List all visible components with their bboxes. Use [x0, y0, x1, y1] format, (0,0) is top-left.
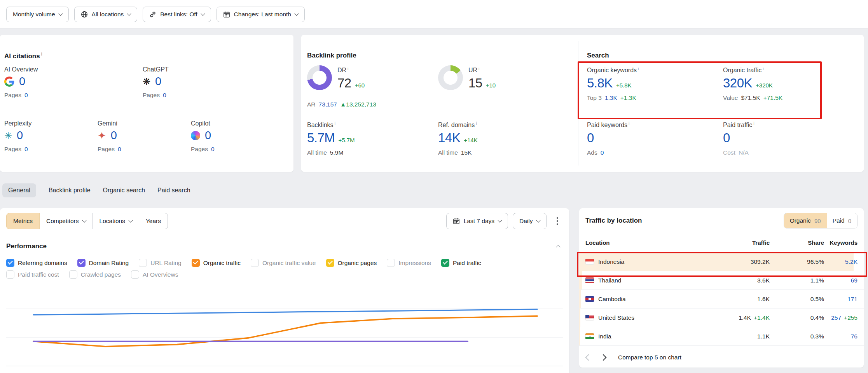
segment-competitors[interactable]: Competitors [39, 213, 93, 229]
cost-label: Cost [723, 149, 735, 156]
paid-keywords-value[interactable]: 0 [587, 131, 594, 145]
unchecked-checkbox-icon[interactable] [6, 270, 14, 279]
checked-checkbox-icon[interactable] [326, 259, 334, 267]
dr-label: DR [337, 66, 365, 74]
pages-count-link[interactable]: 0 [118, 146, 121, 153]
table-row-in[interactable]: India1.1K0.3%76 [579, 327, 864, 346]
keywords-cell: 5.2K [824, 258, 858, 265]
keywords-count-link[interactable]: 69 [851, 277, 858, 284]
gemini-label: Gemini [98, 120, 183, 127]
checkbox-label: Paid traffic [453, 260, 481, 267]
segment-locations[interactable]: Locations [93, 213, 139, 229]
metric-checkbox-ai-overviews[interactable]: AI Overviews [131, 270, 178, 279]
checked-checkbox-icon[interactable] [441, 259, 449, 267]
checked-checkbox-icon[interactable] [192, 259, 200, 267]
organic-keywords-value[interactable]: 5.8K [587, 76, 613, 90]
granularity-dropdown[interactable]: Daily [513, 213, 546, 229]
monthly-volume-label: Monthly volume [13, 11, 55, 18]
gemini-metric: Gemini ✦ 0 Pages0 [98, 120, 183, 153]
collapse-chevron-up-icon[interactable] [556, 245, 560, 249]
backlink-profile-title: Backlink profile [307, 52, 356, 59]
organic-count: 90 [814, 218, 821, 224]
share-cell: 0.3% [770, 333, 824, 340]
metric-checkbox-domain-rating[interactable]: Domain Rating [77, 259, 129, 267]
col-share: Share [770, 239, 824, 246]
unchecked-checkbox-icon[interactable] [131, 270, 139, 279]
metric-checkbox-organic-pages[interactable]: Organic pages [326, 259, 377, 267]
keywords-count-link[interactable]: 171 [847, 296, 858, 302]
unchecked-checkbox-icon[interactable] [139, 259, 147, 267]
monthly-volume-dropdown[interactable]: Monthly volume [6, 7, 69, 22]
keywords-count-link[interactable]: 257 [831, 314, 841, 321]
top3-label: Top 3 [587, 94, 602, 101]
traffic-by-location-panel: Traffic by location Organic90 Paid0 Loca… [579, 208, 864, 368]
metric-checkbox-url-rating[interactable]: URL Rating [139, 259, 182, 267]
traffic-panel-title: Traffic by location [585, 217, 642, 225]
organic-keywords-delta: +5.8K [616, 82, 632, 89]
traffic-table-header: Location Traffic Share Keywords [579, 233, 864, 253]
metric-checkbox-referring-domains[interactable]: Referring domains [6, 259, 67, 267]
checked-checkbox-icon[interactable] [6, 259, 14, 267]
metric-checkbox-rows: Referring domainsDomain RatingURL Rating… [6, 259, 481, 279]
perplexity-value: 0 [17, 129, 23, 142]
checked-checkbox-icon[interactable] [77, 259, 86, 267]
paid-traffic-value[interactable]: 0 [723, 131, 730, 145]
metric-checkbox-organic-traffic-value[interactable]: Organic traffic value [251, 259, 316, 267]
pages-count-link[interactable]: 0 [24, 146, 28, 153]
more-options-kebab-icon[interactable] [554, 213, 562, 229]
ref-domains-value[interactable]: 14K [438, 131, 460, 145]
ur-value: 15 [468, 76, 482, 90]
metric-checkbox-paid-traffic-cost[interactable]: Paid traffic cost [6, 270, 59, 279]
tab-paid-search[interactable]: Paid search [157, 183, 190, 197]
copilot-metric: Copilot 0 Pages0 [191, 120, 276, 153]
ads-count-link[interactable]: 0 [601, 149, 604, 156]
table-row-kh[interactable]: Cambodia1.6K0.5%171 [579, 290, 864, 309]
keywords-count-link[interactable]: 76 [851, 333, 858, 340]
traffic-cell: 3.6K [723, 277, 770, 284]
organic-traffic-value[interactable]: 320K [723, 76, 752, 90]
locations-dropdown[interactable]: All locations [74, 7, 138, 22]
unchecked-checkbox-icon[interactable] [69, 270, 77, 279]
previous-page-chevron-icon[interactable] [585, 354, 592, 361]
best-links-dropdown[interactable]: Best links: Off [143, 7, 211, 22]
segment-metrics[interactable]: Metrics [6, 213, 40, 229]
performance-line-chart[interactable] [6, 296, 563, 372]
toggle-organic[interactable]: Organic90 [784, 213, 827, 228]
ahrefs-rank-line: AR 73,157 ▲13,252,713 [307, 101, 376, 108]
organic-traffic-delta: +320K [756, 82, 773, 89]
table-row-us[interactable]: United States1.4K+1.4K0.4%257+255 [579, 309, 864, 327]
top3-value-link[interactable]: 1.3K [605, 94, 617, 101]
pages-count-link[interactable]: 0 [211, 146, 215, 153]
tab-backlink-profile[interactable]: Backlink profile [49, 183, 91, 197]
table-row-th[interactable]: Thailand3.6K1.1%69 [579, 271, 864, 290]
metric-checkbox-impressions[interactable]: Impressions [387, 259, 431, 267]
best-links-label: Best links: Off [160, 11, 197, 18]
ar-value-link[interactable]: 73,157 [319, 101, 337, 108]
toggle-paid[interactable]: Paid0 [827, 213, 857, 228]
domain-overview-page: Monthly volume All locations Best links:… [0, 0, 868, 373]
backlinks-value[interactable]: 5.7M [307, 131, 335, 145]
pages-count-link[interactable]: 0 [24, 92, 28, 99]
segment-years[interactable]: Years [139, 213, 168, 229]
tab-organic-search[interactable]: Organic search [103, 183, 145, 197]
tab-general[interactable]: General [2, 183, 36, 197]
chatgpt-value: 0 [155, 75, 161, 88]
ar-label: AR [307, 101, 316, 108]
changes-dropdown[interactable]: Changes: Last month [217, 7, 305, 22]
date-range-dropdown[interactable]: Last 7 days [446, 213, 508, 229]
unchecked-checkbox-icon[interactable] [387, 259, 395, 267]
table-row-id[interactable]: Indonesia309.2K96.5%5.2K [579, 253, 864, 271]
google-g-icon [4, 77, 14, 87]
paid-traffic-metric: Paid traffic 0 CostN/A [723, 121, 847, 156]
metric-checkbox-organic-traffic[interactable]: Organic traffic [192, 259, 241, 267]
keywords-count-link[interactable]: 5.2K [845, 258, 858, 265]
col-keywords: Keywords [824, 239, 858, 246]
next-page-chevron-icon[interactable] [600, 354, 607, 361]
ai-overview-label: AI Overview [4, 66, 90, 73]
metric-checkbox-paid-traffic[interactable]: Paid traffic [441, 259, 481, 267]
unchecked-checkbox-icon[interactable] [251, 259, 259, 267]
info-icon [763, 66, 763, 71]
pages-count-link[interactable]: 0 [163, 92, 166, 99]
metric-checkbox-crawled-pages[interactable]: Crawled pages [69, 270, 121, 279]
traffic-table-body: Indonesia309.2K96.5%5.2KThailand3.6K1.1%… [579, 253, 864, 346]
